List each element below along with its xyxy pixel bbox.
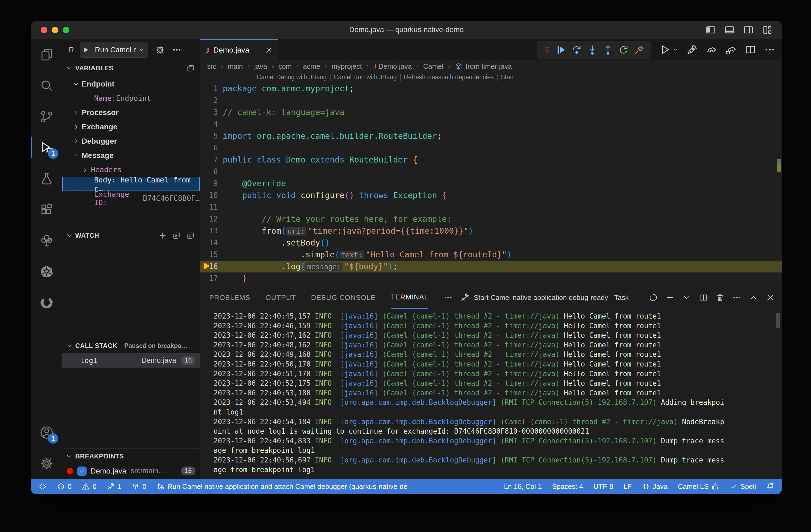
task-spinner[interactable] xyxy=(649,293,658,302)
codelens-link[interactable]: Refresh classpath dependencies xyxy=(403,74,494,81)
panel-tab-problems[interactable]: PROBLEMS xyxy=(209,286,250,309)
breadcrumb-item[interactable]: java xyxy=(254,62,267,71)
variables-row[interactable]: Processor xyxy=(62,105,200,120)
activity-settings[interactable] xyxy=(31,448,62,479)
call-stack-section-header[interactable]: CALL STACK Paused on breakpo… xyxy=(62,338,200,353)
activity-explorer[interactable] xyxy=(31,39,62,70)
configure-gear-icon[interactable] xyxy=(155,45,165,55)
customize-layout-icon[interactable] xyxy=(762,25,773,35)
code-line[interactable]: 5import org.apache.camel.builder.RouteBu… xyxy=(200,130,782,142)
breadcrumb-item[interactable]: Camel xyxy=(423,62,443,71)
run-config-dropdown[interactable]: Run Camel r xyxy=(80,42,148,58)
panel-tab-terminal[interactable]: TERMINAL xyxy=(391,286,428,309)
step-into-button[interactable] xyxy=(587,45,598,55)
status-debug-session[interactable]: Run Camel native application and attach … xyxy=(157,482,408,491)
collapse-all-icon[interactable] xyxy=(186,64,195,73)
variables-row[interactable]: Message xyxy=(62,148,200,162)
kill-terminal-button[interactable] xyxy=(716,293,725,302)
breakpoint-checkbox[interactable] xyxy=(77,467,87,476)
split-editor-button[interactable] xyxy=(745,44,756,55)
status-spell-status[interactable]: Spell xyxy=(730,482,756,491)
code-line[interactable]: 6 xyxy=(200,142,782,154)
breadcrumb-item[interactable]: src xyxy=(207,62,216,71)
run-dropdown-chevron[interactable] xyxy=(672,47,678,52)
breadcrumb-item[interactable]: Demo.java xyxy=(378,62,412,71)
code-line[interactable]: 8 xyxy=(200,166,782,177)
toggle-secondary-sidebar-icon[interactable] xyxy=(743,25,754,35)
breadcrumb-item[interactable]: main xyxy=(228,62,243,71)
terminal-output[interactable]: 2023-12-06 22:40:45,157 INFO [java:16] (… xyxy=(214,312,771,474)
status-camel-ls-status[interactable]: Camel LS xyxy=(678,482,719,491)
more-views-icon[interactable] xyxy=(172,45,182,55)
variables-row[interactable]: Exchange ID: B74C46FC8B0F… xyxy=(62,191,200,205)
close-tab-icon[interactable] xyxy=(265,46,273,54)
run-file-button[interactable] xyxy=(659,44,671,55)
variables-row[interactable]: Debugger xyxy=(62,134,200,148)
activity-search[interactable] xyxy=(31,70,62,101)
variables-row[interactable]: Headers xyxy=(62,162,200,177)
status-warnings-count[interactable]: 0 xyxy=(82,482,96,491)
new-terminal-button[interactable] xyxy=(665,293,675,302)
codelens-link[interactable]: Camel Debug with JBang xyxy=(257,74,327,81)
code-line[interactable]: 12 // Write your routes here, for exampl… xyxy=(200,213,782,225)
code-line[interactable]: 17 } xyxy=(200,272,782,284)
panel-more-button[interactable] xyxy=(732,293,741,302)
step-out-button[interactable] xyxy=(602,45,613,55)
code-line[interactable]: 4 xyxy=(200,118,782,130)
toggle-sidebar-icon[interactable] xyxy=(705,25,716,35)
status-remote-indicator[interactable] xyxy=(39,482,47,490)
terminal-scrollbar[interactable] xyxy=(776,313,780,328)
panel-tab-output[interactable]: OUTPUT xyxy=(265,286,296,309)
code-line[interactable]: 11 xyxy=(200,201,782,213)
camel-run-button[interactable] xyxy=(706,44,717,55)
code-line[interactable]: 1package com.acme.myproject; xyxy=(200,83,782,95)
status-ports-count[interactable]: 0 xyxy=(132,482,146,491)
activity-openshift[interactable] xyxy=(31,287,62,318)
restart-button[interactable] xyxy=(618,45,629,55)
toggle-panel-icon[interactable] xyxy=(724,25,735,35)
step-over-button[interactable] xyxy=(571,45,582,55)
toolbar-drag-grip[interactable] xyxy=(544,45,551,54)
code-line[interactable]: 15 .simple(text:"Hello Camel from ${rout… xyxy=(200,249,782,261)
code-line[interactable]: 7public class Demo extends RouteBuilder … xyxy=(200,154,782,166)
status-notifications-bell[interactable] xyxy=(766,482,774,490)
panel-tab-debug-console[interactable]: DEBUG CONSOLE xyxy=(311,286,376,309)
code-line[interactable]: 10 public void configure() throws Except… xyxy=(200,189,782,201)
remove-all-icon[interactable] xyxy=(172,231,181,240)
start-debug-icon[interactable] xyxy=(83,47,89,53)
status-indentation[interactable]: Spaces: 4 xyxy=(552,482,583,491)
codelens-link[interactable]: Start xyxy=(501,74,514,81)
breadcrumb-item[interactable]: acme xyxy=(303,62,320,71)
tab-demo-java[interactable]: J Demo.java xyxy=(200,39,278,60)
activity-run-and-debug[interactable]: 1 xyxy=(31,132,62,163)
panel-tabs-more-icon[interactable] xyxy=(444,293,453,302)
collapse-all-icon[interactable] xyxy=(186,231,195,240)
terminal-picker-chevron[interactable] xyxy=(682,293,691,302)
disconnect-button[interactable] xyxy=(634,45,645,55)
breadcrumb-item[interactable]: com xyxy=(278,62,292,71)
status-tasks-count[interactable]: 1 xyxy=(107,482,121,491)
code-line[interactable]: 2 xyxy=(200,95,782,107)
watch-section-header[interactable]: WATCH xyxy=(62,228,200,243)
status-encoding[interactable]: UTF-8 xyxy=(593,482,613,491)
activity-accounts[interactable]: 1 xyxy=(31,417,62,448)
terminal-task-item[interactable]: Start Camel native application debug-rea… xyxy=(460,286,629,309)
code-line[interactable]: 9 @Override xyxy=(200,177,782,189)
status-cursor-position[interactable]: Ln 16, Col 1 xyxy=(504,482,542,491)
breadcrumb-item[interactable]: from timer:java xyxy=(465,62,512,71)
breakpoints-section-header[interactable]: BREAKPOINTS xyxy=(62,449,200,464)
code-line[interactable]: 13 from(uri:"timer:java?period={{time:10… xyxy=(200,225,782,237)
variables-row[interactable]: Exchange xyxy=(62,120,200,134)
close-panel-button[interactable] xyxy=(766,293,775,302)
stack-frame-row[interactable]: log1 Demo.java 16 xyxy=(62,353,200,367)
split-terminal-button[interactable] xyxy=(699,293,708,302)
status-eol[interactable]: LF xyxy=(624,482,632,491)
more-actions-button[interactable] xyxy=(764,44,776,55)
code-line[interactable]: 3// camel-k: language=java xyxy=(200,107,782,118)
variables-row[interactable]: Name: Endpoint xyxy=(62,91,200,105)
code-line[interactable]: 16 .log(message:"${body}"); xyxy=(200,261,782,272)
add-expression-icon[interactable] xyxy=(158,231,167,240)
codelens-link[interactable]: Camel Run with JBang xyxy=(334,74,397,81)
activity-source-control[interactable] xyxy=(31,101,62,132)
camel-rocket-button[interactable] xyxy=(686,44,698,55)
